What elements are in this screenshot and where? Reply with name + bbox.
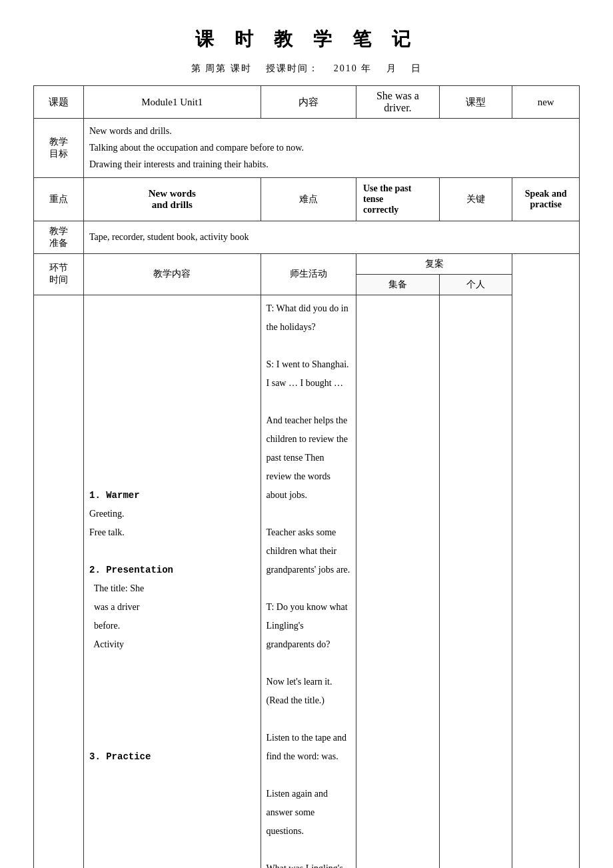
label-objectives: 教学 目标 [34,119,84,178]
focus-text: New wordsand drills [89,188,255,211]
subtitle-mid: 授课时间： [266,63,319,73]
section-1: 1. Warmer Greeting. Free talk. [89,486,255,542]
activity-cell: T: What did you do in the holidays? S: I… [261,295,356,868]
key-points-row: 重点 New wordsand drills 难点 Use the past t… [34,177,580,221]
label-personal-review: 个人 [439,274,512,295]
label-section-time: 环节 时间 [34,253,84,295]
activity-7: Listen to the tape and find the word: wa… [267,729,350,766]
preparation-row: 教学 准备 Tape, recorder, student book, acti… [34,221,580,253]
section-1-detail1: Greeting. [89,509,124,519]
activity-1: T: What did you do in the holidays? [267,299,350,337]
label-teaching-content: 教学内容 [83,253,261,295]
section-2-detail3: before. [89,621,120,631]
label-teacher-student: 师生活动 [261,253,356,295]
activity-5: T: Do you know what Lingling's grandpare… [267,598,350,654]
section-2-detail2: was a driver [89,602,139,612]
section-3-number: 3. Practice [89,751,151,762]
section-2: 2. Presentation The title: She was a dri… [89,561,255,654]
key-text: Speak and practise [518,189,574,210]
main-table: 课题 Module1 Unit1 内容 She was a driver. 课型… [33,85,580,868]
content-section: 1. Warmer Greeting. Free talk. 2. Presen… [89,486,255,868]
section-time-cell [34,295,84,868]
activity-9: What was Lingling's grandma before? What… [267,859,350,868]
label-key: 关键 [439,177,512,221]
difficult-text: Use the past tensecorrectly [363,183,432,215]
label-preparation: 教学 准备 [34,221,84,253]
section-2-detail1: The title: She [89,583,144,593]
activity-8: Listen again and answer some questions. [267,785,350,841]
focus-text-cell: New wordsand drills [83,177,261,221]
activity-3: And teacher helps the children to review… [267,411,350,505]
section-2-detail4: Activity [89,639,124,649]
structure-header-row: 环节 时间 教学内容 师生活动 复案 [34,253,580,274]
label-type: 课型 [439,86,512,119]
objectives-content: New words and drills. Talking about the … [83,119,579,178]
header-row: 课题 Module1 Unit1 内容 She was a driver. 课型… [34,86,580,119]
section-2-number: 2. Presentation [89,565,173,575]
section-1-detail2: Free talk. [89,527,125,537]
main-content-row: 1. Warmer Greeting. Free talk. 2. Presen… [34,295,580,868]
preparation-content: Tape, recorder, student book, activity b… [83,221,579,253]
difficult-text-cell: Use the past tensecorrectly [356,177,439,221]
review-personal-cell [439,295,512,868]
activity-2: S: I went to Shanghai. I saw … I bought … [267,355,350,393]
section-1-number: 1. Warmer [89,490,140,501]
module-cell: Module1 Unit1 [83,86,261,119]
obj-line3: Drawing their interests and training the… [89,159,269,169]
label-content: 内容 [261,86,356,119]
label-focus: 重点 [34,177,84,221]
subtitle-day: 日 [411,63,422,73]
label-difficult: 难点 [261,177,356,221]
label-group-review: 集备 [356,274,439,295]
page-title: 课 时 教 学 笔 记 [33,27,580,52]
objectives-row: 教学 目标 New words and drills. Talking abou… [34,119,580,178]
subtitle-row: 第 周第 课时 授课时间： 2010 年 月 日 [33,63,580,75]
obj-line1: New words and drills. [89,126,172,136]
obj-line2: Talking about the occupation and compare… [89,143,304,153]
section-3: 3. Practice [89,747,255,766]
activity-4: Teacher asks some children what their gr… [267,523,350,579]
label-review: 复案 [356,253,512,274]
subtitle-month: 月 [386,63,397,73]
content-cell-header: She was a driver. [356,86,439,119]
activity-6: Now let's learn it. (Read the title.) [267,673,350,710]
teaching-content-cell: 1. Warmer Greeting. Free talk. 2. Presen… [83,295,261,868]
subtitle-year: 2010 年 [334,63,372,73]
review-group-cell [356,295,439,868]
type-cell: new [512,86,580,119]
subtitle-left: 第 周第 课时 [191,63,252,73]
label-subject: 课题 [34,86,84,119]
key-text-cell: Speak and practise [512,177,580,221]
